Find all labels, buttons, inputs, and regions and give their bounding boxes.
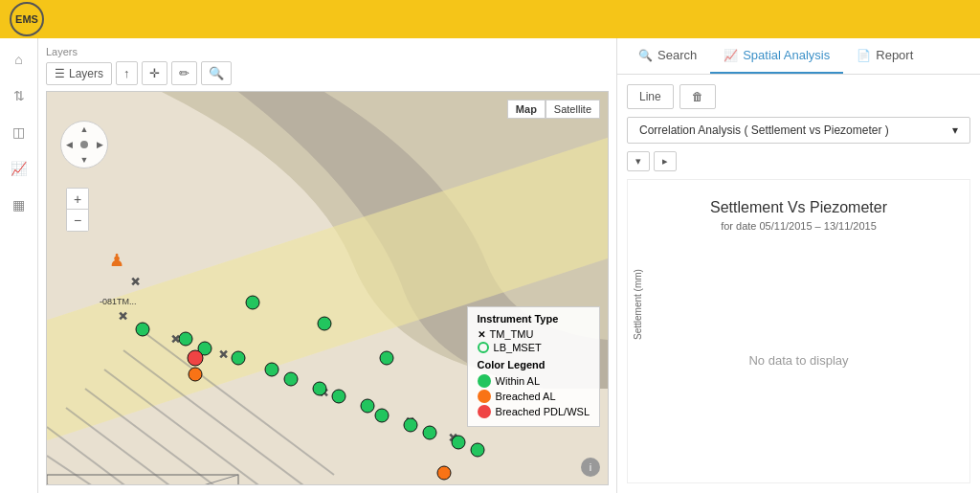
svg-point-43 bbox=[318, 317, 331, 330]
y-axis-label: Settlement (mm) bbox=[628, 269, 645, 340]
x-icon: ✕ bbox=[478, 329, 485, 340]
layers-button[interactable]: ☰ Layers bbox=[46, 62, 112, 85]
svg-point-29 bbox=[265, 363, 278, 376]
chevron-down-button[interactable]: ▾ bbox=[627, 151, 650, 171]
nav-circle: ▲ ◀ ▶ ▼ bbox=[60, 121, 108, 168]
map-type-satellite-button[interactable]: Satellite bbox=[546, 100, 600, 119]
map-legend: Instrument Type ✕ TM_TMU LB_MSET Color L… bbox=[467, 306, 600, 427]
svg-point-38 bbox=[471, 443, 484, 457]
tab-report[interactable]: 📄 Report bbox=[843, 38, 926, 74]
chart-title: Settlement Vs Piezometer bbox=[628, 199, 969, 216]
topbar: EMS bbox=[0, 0, 980, 38]
map-type-map-button[interactable]: Map bbox=[507, 100, 546, 119]
legend-item-lb-mset: LB_MSET bbox=[478, 342, 590, 353]
sidebar-share-icon[interactable]: ⇅ bbox=[8, 84, 31, 107]
breached-pdl-label: Breached PDL/WSL bbox=[496, 406, 590, 417]
chart-area: Settlement (mm) Settlement Vs Piezometer… bbox=[627, 179, 970, 483]
svg-point-42 bbox=[246, 296, 259, 309]
ems-logo[interactable]: EMS bbox=[10, 2, 44, 36]
breached-al-label: Breached AL bbox=[496, 391, 556, 402]
svg-point-35 bbox=[404, 418, 417, 432]
nav-up-arrow[interactable]: ▲ bbox=[80, 124, 89, 134]
logo-text: EMS bbox=[15, 13, 38, 25]
svg-point-33 bbox=[361, 399, 374, 413]
delete-button[interactable]: 🗑 bbox=[679, 84, 716, 109]
svg-text:✕: ✕ bbox=[119, 310, 127, 322]
spatial-tab-icon: 📈 bbox=[724, 49, 738, 62]
instrument-type-title: Instrument Type bbox=[478, 313, 590, 325]
sidebar-home-icon[interactable]: ⌂ bbox=[8, 48, 31, 71]
search-tool-button[interactable]: 🔍 bbox=[201, 61, 232, 85]
zoom-out-button[interactable]: − bbox=[67, 210, 88, 231]
tab-search[interactable]: 🔍 Search bbox=[625, 38, 710, 74]
svg-point-40 bbox=[437, 466, 451, 480]
svg-point-31 bbox=[313, 382, 326, 395]
dropdown-chevron-icon: ▾ bbox=[952, 123, 958, 137]
sidebar-bar-icon[interactable]: ▦ bbox=[8, 193, 31, 216]
svg-point-25 bbox=[136, 323, 149, 336]
circle-icon bbox=[478, 342, 489, 353]
crosshair-tool-button[interactable]: ✛ bbox=[142, 61, 167, 85]
svg-point-26 bbox=[179, 332, 192, 346]
svg-point-36 bbox=[423, 426, 436, 439]
chart-title-container: Settlement Vs Piezometer for date 05/11/… bbox=[628, 199, 969, 232]
legend-breached-al: Breached AL bbox=[478, 390, 590, 403]
zoom-in-button[interactable]: + bbox=[67, 189, 88, 210]
svg-text:-081TM...: -081TM... bbox=[100, 297, 137, 306]
zoom-controls: + − bbox=[66, 188, 89, 232]
list-icon: ☰ bbox=[55, 67, 65, 80]
svg-point-41 bbox=[188, 350, 203, 366]
chart-subtitle: for date 05/11/2015 – 13/11/2015 bbox=[628, 220, 969, 232]
report-tab-icon: 📄 bbox=[857, 49, 871, 62]
edit-tool-button[interactable]: ✏ bbox=[171, 61, 197, 85]
tab-spatial-analysis[interactable]: 📈 Spatial Analysis bbox=[710, 38, 843, 74]
nav-left-arrow[interactable]: ◀ bbox=[66, 140, 73, 149]
main-layout: ⌂ ⇅ ◫ 📈 ▦ Layers ☰ Layers ↑ ✛ ✏ 🔍 bbox=[0, 38, 980, 493]
svg-point-34 bbox=[375, 409, 389, 422]
map-info-button[interactable]: i bbox=[581, 458, 600, 477]
within-al-color bbox=[478, 374, 491, 388]
analysis-dropdown[interactable]: Correlation Analysis ( Settlement vs Pie… bbox=[627, 117, 970, 144]
line-button[interactable]: Line bbox=[627, 84, 674, 109]
svg-point-30 bbox=[284, 372, 298, 386]
breached-pdl-color bbox=[478, 405, 491, 418]
svg-point-39 bbox=[189, 368, 202, 381]
svg-text:✕: ✕ bbox=[131, 276, 140, 287]
sidebar-chart-icon[interactable]: 📈 bbox=[8, 157, 31, 180]
right-panel: 🔍 Search 📈 Spatial Analysis 📄 Report Lin… bbox=[616, 38, 980, 493]
svg-point-32 bbox=[332, 390, 345, 403]
legend-tm-tmu-label: TM_TMU bbox=[490, 328, 534, 340]
svg-text:✕: ✕ bbox=[219, 348, 228, 360]
chevron-right-button[interactable]: ▸ bbox=[654, 151, 677, 171]
search-tab-icon: 🔍 bbox=[638, 49, 653, 62]
chart-wrapper: Settlement (mm) Settlement Vs Piezometer… bbox=[628, 180, 969, 482]
left-sidebar: ⌂ ⇅ ◫ 📈 ▦ bbox=[0, 38, 38, 493]
svg-point-37 bbox=[452, 436, 465, 449]
nav-down-arrow[interactable]: ▼ bbox=[80, 155, 89, 165]
svg-text:♟: ♟ bbox=[109, 251, 124, 270]
legend-within-al: Within AL bbox=[478, 374, 590, 388]
chevron-row: ▾ ▸ bbox=[627, 151, 970, 171]
nav-right-arrow[interactable]: ▶ bbox=[97, 140, 103, 149]
legend-lb-mset-label: LB_MSET bbox=[494, 342, 542, 353]
map-container: Layers ☰ Layers ↑ ✛ ✏ 🔍 bbox=[38, 38, 616, 493]
panel-content: Line 🗑 Correlation Analysis ( Settlement… bbox=[617, 75, 980, 493]
sidebar-layers-icon[interactable]: ◫ bbox=[8, 121, 31, 144]
map-canvas[interactable]: ✕ ✕ ✕ ✕ ✕ ✕ ✕ ✕ ✕ bbox=[46, 91, 609, 485]
breadcrumb: Layers bbox=[46, 46, 609, 57]
map-navigation: ▲ ◀ ▶ ▼ bbox=[60, 121, 108, 168]
legend-breached-pdl: Breached PDL/WSL bbox=[478, 405, 590, 418]
within-al-label: Within AL bbox=[496, 375, 540, 387]
panel-tabs: 🔍 Search 📈 Spatial Analysis 📄 Report bbox=[617, 38, 980, 75]
no-data-message: No data to display bbox=[748, 353, 848, 368]
svg-point-44 bbox=[380, 351, 393, 365]
breached-al-color bbox=[478, 390, 491, 403]
map-type-buttons: Map Satellite bbox=[507, 100, 600, 119]
move-tool-button[interactable]: ↑ bbox=[116, 61, 138, 85]
svg-point-28 bbox=[232, 351, 245, 365]
color-legend-title: Color Legend bbox=[478, 359, 590, 370]
legend-item-tm-tmu: ✕ TM_TMU bbox=[478, 328, 590, 340]
map-toolbar: ☰ Layers ↑ ✛ ✏ 🔍 bbox=[46, 61, 609, 85]
action-buttons-row: Line 🗑 bbox=[627, 84, 970, 109]
